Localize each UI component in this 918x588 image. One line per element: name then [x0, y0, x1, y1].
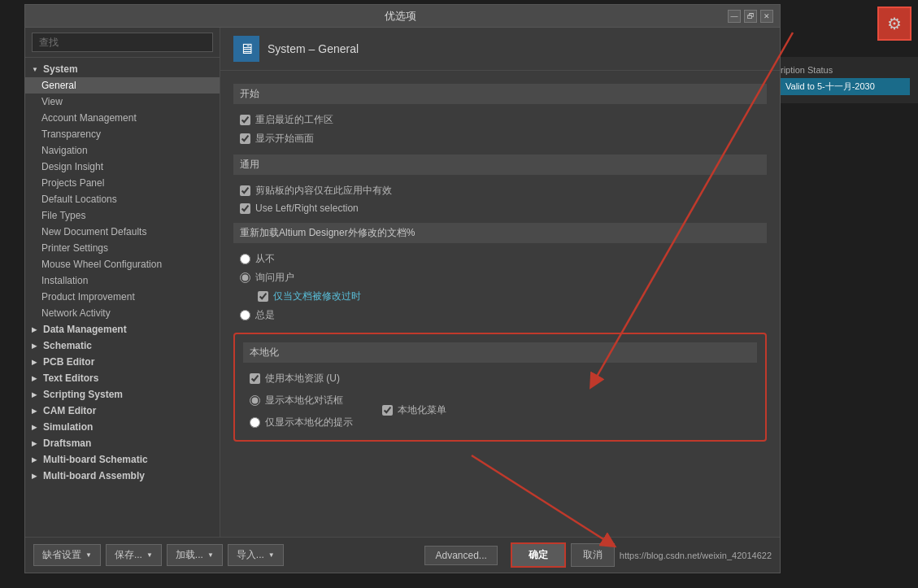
product-improvement-label: Product Improvement [41, 291, 135, 303]
save-dropdown-arrow: ▼ [146, 551, 153, 559]
draftsman-label: Draftsman [43, 438, 91, 449]
simulation-label: Simulation [43, 421, 93, 433]
projects-panel-label: Projects Panel [41, 177, 104, 189]
navigation-label: Navigation [41, 145, 88, 156]
minimize-button[interactable]: — [728, 10, 741, 23]
option-reopen-workspace: 重启最近的工作区 [233, 111, 767, 129]
sidebar: ▼ System General View Account Management… [25, 28, 220, 537]
ask-user-radio[interactable] [240, 272, 250, 283]
sidebar-item-projects-panel[interactable]: Projects Panel [25, 175, 220, 191]
title-buttons: — 🗗 ✕ [728, 10, 773, 23]
design-insight-label: Design Insight [41, 161, 103, 172]
show-localized-hints-radio[interactable] [250, 417, 260, 428]
localized-menu-label: 本地化菜单 [398, 403, 446, 417]
sidebar-item-file-types[interactable]: File Types [25, 207, 220, 224]
tree-item-scripting-system[interactable]: ▶ Scripting System [25, 386, 220, 403]
tree-item-simulation[interactable]: ▶ Simulation [25, 419, 220, 435]
multiboard-assembly-label: Multi-board Assembly [43, 470, 145, 481]
option-show-start-screen: 显示开始画面 [233, 129, 767, 148]
show-localized-dialogs-label: 显示本地化对话框 [265, 394, 343, 407]
localized-menu-checkbox[interactable] [382, 405, 393, 416]
tree-item-multiboard-assembly[interactable]: ▶ Multi-board Assembly [25, 468, 220, 484]
network-activity-label: Network Activity [41, 307, 111, 319]
new-document-defaults-label: New Document Defaults [41, 226, 146, 237]
never-label: 从不 [255, 252, 275, 266]
sidebar-item-mouse-wheel[interactable]: Mouse Wheel Configuration [25, 256, 220, 272]
sidebar-item-design-insight[interactable]: Design Insight [25, 159, 220, 175]
installation-label: Installation [41, 275, 88, 286]
load-label: 加载... [176, 548, 203, 562]
tree-item-system[interactable]: ▼ System [25, 61, 220, 77]
tree-item-data-management[interactable]: ▶ Data Management [25, 321, 220, 338]
sidebar-item-general[interactable]: General [25, 77, 220, 94]
tree-item-multiboard-schematic[interactable]: ▶ Multi-board Schematic [25, 451, 220, 468]
use-local-resources-label: 使用本地资源 (U) [265, 372, 340, 385]
multiboard-schematic-label: Multi-board Schematic [43, 454, 148, 465]
import-button[interactable]: 导入... ▼ [228, 544, 284, 566]
defaults-label: 缺省设置 [42, 548, 81, 562]
option-never: 从不 [233, 250, 767, 268]
option-always: 总是 [233, 306, 767, 324]
tree-item-cam-editor[interactable]: ▶ CAM Editor [25, 403, 220, 419]
restore-button[interactable]: 🗗 [744, 10, 757, 23]
option-clipboard-local: 剪贴板的内容仅在此应用中有效 [233, 181, 767, 200]
option-show-localized-dialogs: 显示本地化对话框 [243, 391, 359, 410]
clipboard-local-checkbox[interactable] [240, 185, 250, 196]
subscription-panel: ription Status Valid to 5-十一月-2030 [772, 57, 918, 103]
cancel-button[interactable]: 取消 [571, 543, 615, 567]
tree-item-pcb-editor[interactable]: ▶ PCB Editor [25, 354, 220, 370]
import-label: 导入... [237, 548, 264, 562]
sidebar-item-installation[interactable]: Installation [25, 272, 220, 289]
option-use-left-right: Use Left/Right selection [233, 200, 767, 216]
startup-section-header: 开始 [233, 84, 767, 104]
only-modified-checkbox[interactable] [258, 291, 268, 302]
dialog-body: ▼ System General View Account Management… [25, 28, 780, 537]
expand-arrow: ▶ [32, 473, 40, 480]
only-modified-label: 仅当文档被修改过时 [273, 290, 361, 303]
tree-item-text-editors[interactable]: ▶ Text Editors [25, 370, 220, 386]
reload-section-header: 重新加载Altium Designer外修改的文档% [233, 223, 767, 243]
gear-button[interactable]: ⚙ [877, 7, 911, 41]
close-button[interactable]: ✕ [760, 10, 773, 23]
use-local-resources-checkbox[interactable] [250, 373, 260, 384]
search-input[interactable] [32, 33, 213, 52]
expand-arrow: ▶ [32, 326, 40, 333]
schematic-label: Schematic [43, 340, 92, 351]
sidebar-item-transparency[interactable]: Transparency [25, 126, 220, 142]
sidebar-item-new-document-defaults[interactable]: New Document Defaults [25, 224, 220, 240]
always-label: 总是 [255, 308, 275, 322]
always-radio[interactable] [240, 310, 250, 320]
use-left-right-label: Use Left/Right selection [255, 203, 359, 214]
monitor-icon: 🖥 [239, 41, 254, 58]
content-header: 🖥 System – General [220, 28, 780, 71]
printer-settings-label: Printer Settings [41, 242, 108, 254]
sidebar-item-product-improvement[interactable]: Product Improvement [25, 289, 220, 305]
expand-arrow: ▶ [32, 407, 40, 415]
sidebar-item-default-locations[interactable]: Default Locations [25, 191, 220, 207]
show-localized-dialogs-radio[interactable] [250, 395, 260, 406]
tree-item-draftsman[interactable]: ▶ Draftsman [25, 435, 220, 451]
save-button[interactable]: 保存... ▼ [106, 544, 162, 566]
dialog-title: 优选项 [72, 9, 728, 24]
preferences-dialog: 优选项 — 🗗 ✕ ▼ System General [24, 4, 781, 573]
sidebar-item-view[interactable]: View [25, 94, 220, 110]
sidebar-item-network-activity[interactable]: Network Activity [25, 305, 220, 321]
reopen-workspace-checkbox[interactable] [240, 115, 250, 125]
show-start-screen-checkbox[interactable] [240, 133, 250, 144]
footer-right-buttons: Advanced... 确定 取消 https://blog.csdn.net/… [424, 542, 772, 568]
sidebar-item-account-management[interactable]: Account Management [25, 110, 220, 126]
ask-user-label: 询问用户 [255, 271, 294, 285]
load-button[interactable]: 加载... ▼ [167, 544, 223, 566]
never-radio[interactable] [240, 254, 250, 264]
ok-button[interactable]: 确定 [511, 542, 566, 568]
defaults-button[interactable]: 缺省设置 ▼ [33, 544, 101, 566]
localization-row: 显示本地化对话框 仅显示本地化的提示 本地化菜单 [243, 388, 757, 432]
sidebar-item-navigation[interactable]: Navigation [25, 142, 220, 159]
advanced-button[interactable]: Advanced... [424, 546, 497, 565]
sidebar-item-printer-settings[interactable]: Printer Settings [25, 240, 220, 256]
tree-item-schematic[interactable]: ▶ Schematic [25, 338, 220, 354]
expand-arrow: ▶ [32, 440, 40, 447]
use-left-right-checkbox[interactable] [240, 203, 250, 214]
gear-icon: ⚙ [887, 14, 902, 33]
content-scroll[interactable]: 开始 重启最近的工作区 显示开始画面 通用 剪贴板的内容仅在此应用中有效 [220, 71, 780, 537]
